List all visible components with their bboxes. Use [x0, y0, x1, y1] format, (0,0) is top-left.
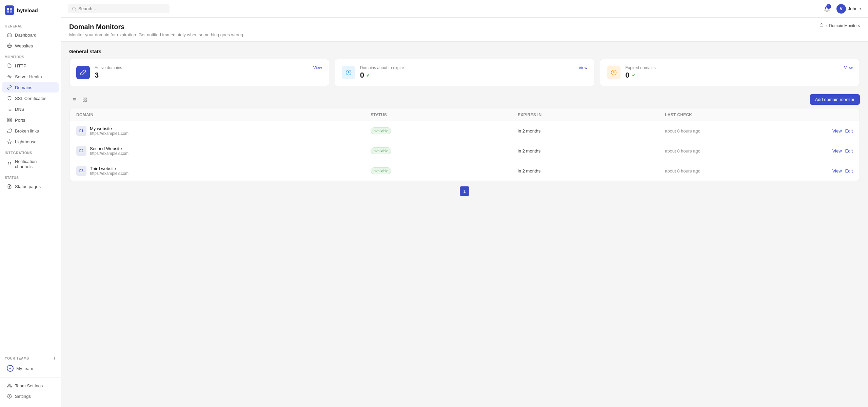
- sidebar-item-label: Settings: [15, 394, 31, 399]
- lighthouse-icon: [7, 139, 12, 144]
- notification-badge: 4: [826, 4, 831, 9]
- sidebar-item-label: HTTP: [15, 63, 26, 68]
- sidebar-item-my-team[interactable]: + My team: [2, 363, 59, 374]
- stat-value: 0 ✓: [360, 71, 574, 80]
- sidebar-item-dashboard[interactable]: Dashboard: [2, 30, 59, 40]
- breadcrumb-home[interactable]: [820, 23, 824, 28]
- user-name: John: [848, 6, 857, 11]
- expires-cell: in 2 months: [518, 128, 665, 134]
- expires-cell: in 2 months: [518, 168, 665, 174]
- table-header: Domain Status Expires in Last check: [70, 109, 860, 121]
- breadcrumb-current: Domain Monitors: [829, 23, 860, 28]
- edit-link[interactable]: Edit: [845, 148, 853, 154]
- header-right: 4 V John ▾: [822, 3, 861, 14]
- stats-title: General stats: [69, 48, 860, 54]
- sidebar-item-label: Domains: [15, 85, 32, 90]
- col-header-expires: Expires in: [518, 113, 665, 117]
- search-box[interactable]: [68, 4, 170, 13]
- sidebar-item-label: DNS: [15, 107, 24, 112]
- stat-check-icon: ✓: [366, 73, 370, 78]
- sidebar-item-label: Dashboard: [15, 33, 37, 38]
- row-actions: View Edit: [812, 128, 853, 134]
- shield-icon: [7, 96, 12, 101]
- domain-url: https://example3.com: [90, 151, 129, 156]
- svg-marker-20: [7, 140, 12, 143]
- domain-avatar: E2: [76, 146, 86, 156]
- domain-cell: E3 Third website https://example3.com: [76, 166, 371, 176]
- page-subtitle: Monitor your domain for expiration. Get …: [69, 32, 244, 37]
- domain-name: Third website: [90, 166, 129, 171]
- stat-view-button-0[interactable]: View: [313, 65, 322, 70]
- bell-icon: [7, 161, 12, 167]
- domain-table: Domain Status Expires in Last check E1 M…: [69, 109, 860, 181]
- edit-link[interactable]: Edit: [845, 168, 853, 174]
- stat-label: Active domains: [95, 65, 309, 70]
- sidebar-item-settings[interactable]: Settings: [2, 391, 59, 401]
- status-badge: available: [371, 167, 391, 174]
- stat-icon-link: [76, 66, 90, 79]
- expires-cell: in 2 months: [518, 148, 665, 154]
- section-label-integrations: Integrations: [0, 147, 61, 156]
- svg-rect-14: [10, 120, 11, 122]
- sidebar-item-ports[interactable]: Ports: [2, 115, 59, 125]
- add-domain-monitor-button[interactable]: Add domain monitor: [810, 94, 860, 105]
- table-row: E2 Second Website https://example3.com a…: [70, 141, 860, 161]
- domain-avatar: E1: [76, 126, 86, 136]
- stat-info-expired: Expired domains 0 ✓: [625, 65, 839, 80]
- svg-point-23: [8, 384, 10, 386]
- stat-icon-clock: [342, 66, 355, 79]
- app-name: byteload: [17, 7, 38, 13]
- grid-icon: [7, 117, 12, 123]
- sidebar-item-broken-links[interactable]: Broken links: [2, 126, 59, 136]
- section-label-general: General: [0, 20, 61, 29]
- col-header-status: Status: [371, 113, 518, 117]
- page-button-1[interactable]: 1: [460, 186, 469, 196]
- sidebar-item-http[interactable]: HTTP: [2, 61, 59, 71]
- status-badge: available: [371, 147, 391, 154]
- search-input[interactable]: [78, 6, 165, 11]
- sidebar-item-lighthouse[interactable]: Lighthouse: [2, 137, 59, 147]
- sidebar-item-label: Broken links: [15, 128, 39, 134]
- gear-icon: [7, 393, 12, 399]
- link-icon: [7, 85, 12, 90]
- sidebar-item-ssl[interactable]: SSL Certificates: [2, 93, 59, 103]
- stat-value: 0 ✓: [625, 71, 839, 80]
- list-icon: [7, 106, 12, 112]
- domain-name: Second Website: [90, 146, 129, 151]
- sidebar-item-domains[interactable]: Domains: [2, 82, 59, 93]
- sidebar-item-team-settings[interactable]: Team Settings: [2, 381, 59, 391]
- list-view-button[interactable]: [69, 95, 79, 104]
- header: 4 V John ▾: [61, 0, 868, 18]
- add-team-button[interactable]: +: [53, 355, 56, 361]
- user-menu[interactable]: V John ▾: [836, 4, 861, 14]
- view-link[interactable]: View: [832, 168, 842, 174]
- stat-card-expiring: Domains about to expire 0 ✓ View: [335, 59, 595, 86]
- sidebar-item-label: Lighthouse: [15, 139, 37, 144]
- chevron-down-icon: ▾: [860, 7, 861, 11]
- stat-view-button-1[interactable]: View: [579, 65, 588, 70]
- notification-button[interactable]: 4: [822, 3, 832, 14]
- sidebar-item-notification-channels[interactable]: Notification channels: [2, 157, 59, 171]
- sidebar-item-websites[interactable]: Websites: [2, 41, 59, 51]
- grid-view-button[interactable]: [80, 95, 90, 104]
- table-controls: Add domain monitor: [69, 94, 860, 105]
- svg-rect-36: [85, 98, 86, 99]
- domain-info: Second Website https://example3.com: [90, 146, 129, 156]
- stat-view-button-2[interactable]: View: [844, 65, 853, 70]
- page-header: Domain Monitors Monitor your domain for …: [61, 18, 868, 42]
- domain-info: My website https://example1.com: [90, 126, 129, 136]
- stat-info-expiring: Domains about to expire 0 ✓: [360, 65, 574, 80]
- lastcheck-cell: about 8 hours ago: [665, 128, 812, 134]
- edit-link[interactable]: Edit: [845, 128, 853, 134]
- view-link[interactable]: View: [832, 148, 842, 154]
- view-link[interactable]: View: [832, 128, 842, 134]
- svg-rect-38: [83, 100, 84, 101]
- content-area: Domain Monitors Monitor your domain for …: [61, 18, 868, 407]
- lastcheck-cell: about 8 hours ago: [665, 168, 812, 174]
- sidebar-item-server-health[interactable]: Server Health: [2, 72, 59, 82]
- app-logo[interactable]: byteload: [0, 0, 61, 20]
- sidebar-item-dns[interactable]: DNS: [2, 104, 59, 114]
- sidebar-item-label: Notification channels: [15, 159, 54, 169]
- file-text-icon: [7, 184, 12, 189]
- sidebar-item-status-pages[interactable]: Status pages: [2, 181, 59, 191]
